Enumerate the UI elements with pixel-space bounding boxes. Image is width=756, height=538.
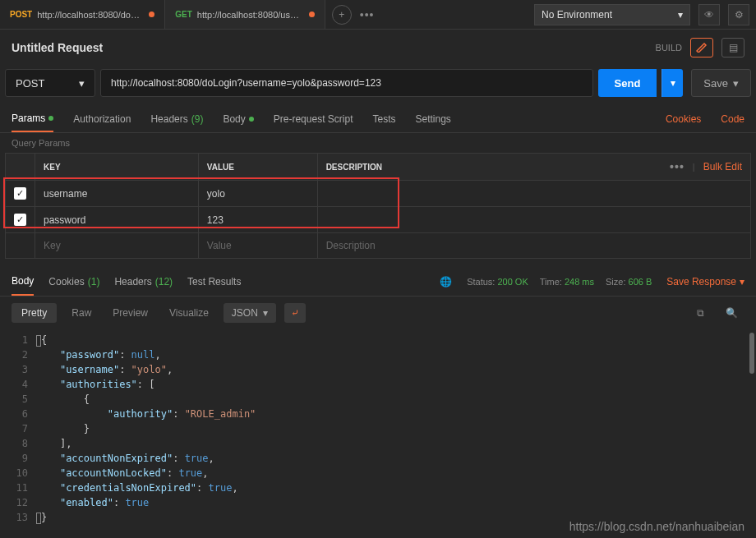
environment-quicklook-button[interactable]: 👁 [698,4,720,25]
column-options-button[interactable]: ••• [670,160,685,173]
environment-select[interactable]: No Environment ▾ [534,4,690,25]
param-value-cell[interactable]: 123 [198,207,317,233]
build-link[interactable]: BUILD [656,43,682,53]
new-tab-button[interactable]: + [332,5,352,25]
query-params-header: Query Params [0,133,756,153]
chevron-down-icon: ▾ [79,77,85,90]
save-response-button[interactable]: Save Response [666,276,736,287]
row-checkbox[interactable]: ✓ [14,187,26,200]
watermark: https://blog.csdn.net/nanhuaibeian [569,520,744,533]
send-button[interactable]: Send [598,69,657,97]
view-pretty[interactable]: Pretty [12,303,57,323]
sliders-icon: ⚙ [735,9,744,21]
chevron-down-icon: ▾ [263,307,268,319]
resp-tab-test-results[interactable]: Test Results [187,267,241,296]
table-row-new[interactable]: Key Value Description [6,233,751,259]
network-icon[interactable]: 🌐 [440,276,452,287]
code-link[interactable]: Code [721,113,744,125]
request-name[interactable]: Untitled Request [12,41,103,54]
col-description: DESCRIPTION ••• | Bulk Edit [317,154,750,181]
bulk-edit-link[interactable]: Bulk Edit [703,161,742,172]
tabs-overflow-button[interactable]: ••• [360,8,375,21]
code-lines: { "password": null, "username": "yolo", … [36,333,756,525]
tab-url: http://localhost:8080/user/hello [197,10,304,20]
request-tabs: Params Authorization Headers (9) Body Pr… [0,105,756,133]
resp-tab-headers[interactable]: Headers (12) [114,267,173,296]
param-value-placeholder[interactable]: Value [198,233,317,259]
line-gutter: 12345678910111213 [0,333,36,525]
send-split-button[interactable]: ▾ [662,69,683,97]
dirty-indicator-icon [149,11,154,17]
wrap-lines-button[interactable]: ⤶ [284,303,306,323]
param-value-cell[interactable]: yolo [198,181,317,207]
pencil-icon [696,43,708,53]
search-icon: 🔍 [726,307,738,319]
chevron-down-icon: ▾ [733,77,739,90]
active-dot-icon [249,117,254,122]
method-label: POST [16,77,44,90]
param-desc-placeholder[interactable]: Description [317,233,750,259]
copy-response-button[interactable]: ⧉ [690,303,711,323]
param-desc-cell[interactable] [317,181,750,207]
copy-icon: ⧉ [697,307,704,319]
row-checkbox[interactable]: ✓ [14,214,26,226]
comments-button[interactable]: ▤ [721,38,744,57]
request-tab-2[interactable]: GET http://localhost:8080/user/hello [165,0,325,29]
params-table: KEY VALUE DESCRIPTION ••• | Bulk Edit ✓ … [5,153,751,259]
tab-authorization[interactable]: Authorization [73,105,131,132]
url-input[interactable] [100,69,593,97]
pretty-bar: Pretty Raw Preview Visualize JSON ▾ ⤶ ⧉ … [0,297,756,329]
response-meta: Status: 200 OK Time: 248 ms Size: 606 B [467,277,652,287]
method-badge-post: POST [10,10,32,19]
format-select[interactable]: JSON ▾ [224,303,276,323]
chevron-down-icon: ▾ [678,9,683,21]
col-key: KEY [35,154,199,181]
tab-params[interactable]: Params [12,105,53,132]
resp-tab-body[interactable]: Body [12,267,34,296]
url-bar: POST ▾ Send ▾ Save ▾ [0,66,756,105]
wrap-icon: ⤶ [291,307,299,319]
comment-icon: ▤ [729,42,738,53]
chevron-down-icon: ▾ [671,77,675,89]
title-row: Untitled Request BUILD ▤ [0,30,756,66]
tab-body[interactable]: Body [223,105,253,132]
eye-icon: 👁 [704,9,714,21]
active-dot-icon [48,116,53,121]
request-tab-1[interactable]: POST http://localhost:8080/doLogin... [0,0,165,29]
tab-prerequest[interactable]: Pre-request Script [274,105,353,132]
save-button[interactable]: Save ▾ [691,69,751,97]
col-value: VALUE [198,154,317,181]
checkbox-header [6,154,35,181]
cookies-link[interactable]: Cookies [666,113,701,125]
response-tabs: Body Cookies (1) Headers (12) Test Resul… [0,267,756,297]
tab-headers[interactable]: Headers (9) [150,105,203,132]
param-key-cell[interactable]: password [35,207,199,233]
dirty-indicator-icon [309,11,315,17]
table-row[interactable]: ✓ password 123 [6,207,751,233]
resp-tab-cookies[interactable]: Cookies (1) [48,267,99,296]
param-key-cell[interactable]: username [35,181,199,207]
param-key-placeholder[interactable]: Key [35,233,199,259]
param-desc-cell[interactable] [317,207,750,233]
search-response-button[interactable]: 🔍 [719,303,744,323]
method-badge-get: GET [175,10,192,19]
tab-tests[interactable]: Tests [372,105,395,132]
tabs-bar: POST http://localhost:8080/doLogin... GE… [0,0,756,30]
view-raw[interactable]: Raw [65,303,98,323]
view-visualize[interactable]: Visualize [163,303,215,323]
chevron-down-icon: ▾ [740,276,744,287]
table-row[interactable]: ✓ username yolo [6,181,751,207]
save-label: Save [703,77,728,90]
toggle-pane-button[interactable] [690,38,713,57]
tab-settings[interactable]: Settings [416,105,451,132]
settings-icon-button[interactable]: ⚙ [728,4,749,25]
view-preview[interactable]: Preview [106,303,154,323]
environment-label: No Environment [542,9,612,21]
tab-url: http://localhost:8080/doLogin... [37,10,144,20]
method-select[interactable]: POST ▾ [5,69,95,97]
scrollbar-thumb[interactable] [749,333,754,374]
response-body[interactable]: 12345678910111213 { "password": null, "u… [0,329,756,528]
